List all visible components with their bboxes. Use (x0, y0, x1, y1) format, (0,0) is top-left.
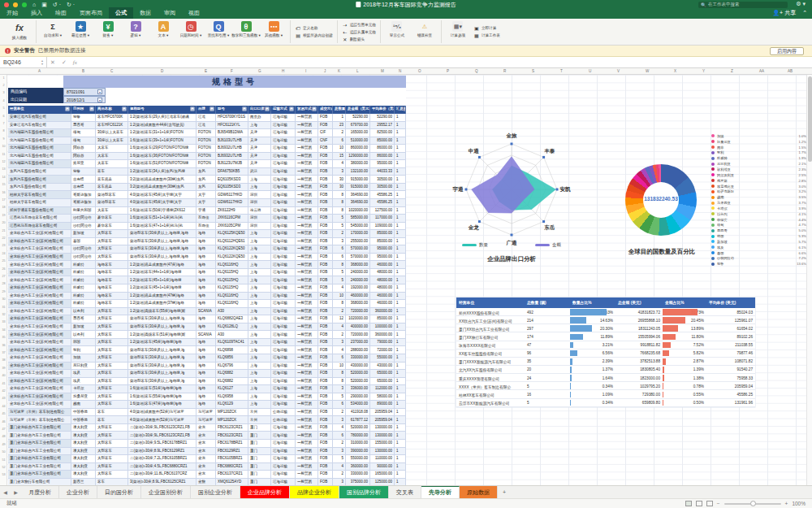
table-cell[interactable]: 江海运输 (271, 114, 296, 122)
table-cell[interactable]: 江海运输 (271, 401, 296, 409)
table-cell[interactable]: 1 (395, 440, 406, 448)
table-cell[interactable]: 常州 (248, 416, 271, 424)
table-cell[interactable]: 一般贸易 (296, 354, 318, 363)
ribbon-button[interactable]: Σ自动求和 ▾ (39, 20, 67, 43)
table-cell[interactable]: ZK6122H9 (216, 207, 248, 215)
table-cell[interactable]: 江海运输 (271, 261, 296, 269)
table-cell[interactable]: FOB (318, 145, 333, 153)
table-cell[interactable]: 大型客车 (96, 424, 128, 432)
table-cell[interactable]: 1 (395, 238, 406, 246)
column-headers[interactable]: ABCDEFGHIJKLMNOPQRSTUVWXYZAAAB (0, 68, 812, 75)
table-cell[interactable]: 48000.00 (370, 269, 395, 277)
table-cell[interactable]: 江海运输 (271, 284, 296, 293)
table-cell[interactable]: FOB (318, 479, 333, 485)
table-cell[interactable]: 130000.00 (370, 432, 395, 440)
table-row[interactable]: 金龙联合汽车工业(苏州)有限公司科威特海格客车1:2(柴油)底盘成套散件(47辆… (8, 293, 406, 301)
zoom-level[interactable]: 100% (792, 501, 806, 506)
table-cell[interactable]: FOB (318, 378, 333, 386)
table-cell[interactable]: 海格 (197, 315, 216, 323)
table-cell[interactable]: 宇通 (197, 207, 216, 215)
table-cell[interactable]: 1 (395, 129, 406, 137)
table-cell[interactable]: 一般贸易 (296, 440, 318, 448)
ribbon-button[interactable]: ✕删除箭头 (342, 37, 376, 42)
table-cell[interactable]: 411918.08 (346, 409, 370, 417)
table-cell[interactable]: 310000.00 (346, 440, 370, 448)
table-cell[interactable]: 一般贸易 (296, 184, 318, 192)
table-cell[interactable]: KLQ6122KQE50 (216, 254, 248, 262)
table-row[interactable]: 厦门金龙联合汽车工业有限公司澳大利亚大型客车二(柴油)≥30座;9L,FBC61… (8, 424, 406, 432)
table-cell[interactable]: 43000.00 (370, 363, 395, 371)
table-cell[interactable]: 6 (333, 254, 346, 262)
table-cell[interactable]: 海格 (197, 323, 216, 332)
table-cell[interactable]: FOB (318, 471, 333, 479)
table-cell[interactable]: 1:6(柴油)客车(51)FOTON/FOTON牌 (128, 160, 197, 168)
table-cell[interactable]: 375000.00 (346, 479, 370, 485)
table-row[interactable]: 云浮市XX新能源汽车有限公司50.34%659809.800.50%131961… (456, 399, 755, 407)
table-cell[interactable]: 一般贸易 (296, 230, 318, 238)
table-cell[interactable]: 72000.00 (370, 346, 395, 354)
table-cell[interactable]: FOB (318, 114, 333, 122)
table-cell[interactable]: 46000.00 (370, 261, 395, 269)
table-cell[interactable]: 金龙联合汽车工业(苏州)有限公司 (8, 323, 71, 332)
table-cell[interactable]: GDW6117HKD (216, 199, 248, 207)
table-cell[interactable]: 江海运输 (271, 215, 296, 223)
table-cell[interactable]: BJ6932U7LHB (216, 153, 248, 161)
table-cell[interactable]: 安徽江淮汽车有限公司 (8, 122, 71, 130)
table-cell[interactable]: 客车底盘 (96, 184, 128, 192)
table-cell[interactable]: 1 (395, 401, 406, 409)
column-header[interactable]: 目的国▾ (71, 106, 96, 114)
table-cell[interactable]: 2 (333, 471, 346, 479)
insert-function-icon[interactable]: fx (73, 59, 77, 66)
table-cell[interactable]: FOB (318, 293, 333, 301)
table-cell[interactable]: 江海运输 (271, 153, 296, 161)
table-cell[interactable]: 沙特阿拉伯 (71, 245, 96, 254)
table-cell[interactable]: 澳大利亚 (71, 432, 96, 440)
table-cell[interactable]: FOB (318, 354, 333, 363)
filter-value[interactable]: 2018/12/1▾ (63, 96, 106, 104)
table-cell[interactable]: 520000.00 (346, 378, 370, 386)
table-row[interactable]: 郑州宇通客车股份有限公司刚果共和国大客车1:6(柴油)客车(50座)宇通牌(ZK… (8, 207, 406, 215)
table-cell[interactable]: 46000.00 (370, 293, 395, 301)
tab-scroll-left-icon[interactable]: ◀ (0, 486, 11, 498)
table-cell[interactable]: 金龙联合汽车工业(苏州)有限公司 (8, 378, 71, 386)
table-cell[interactable]: 570000.00 (346, 254, 370, 262)
table-cell[interactable]: 679700.00 (346, 122, 370, 130)
table-cell[interactable]: 东风汽车股份有限公司 (8, 168, 71, 176)
table-cell[interactable]: 一般贸易 (296, 191, 318, 199)
sheet-tab-月度分析[interactable]: 月度分析 (21, 486, 59, 498)
table-cell[interactable]: 30座以上大客车 (96, 137, 128, 145)
table-cell[interactable]: 一般贸易 (296, 315, 318, 323)
table-row[interactable]: 厦门金龙旅行车有限公司新西兰客车3(柴油)≥30座;8.9L,FBC6125CR… (8, 479, 406, 485)
table-cell[interactable]: 卡塔尔 (71, 385, 96, 393)
table-cell[interactable]: 192000.00 (346, 284, 370, 293)
table-cell[interactable]: FOB (318, 254, 333, 262)
table-row[interactable]: 北汽福田汽车股份有限公司阿联酋大客车1:6(柴油)客车(36)FOTON/FOT… (8, 153, 406, 161)
table-cell[interactable]: 一般贸易 (296, 223, 318, 231)
table-cell[interactable]: 豪华客车 (96, 215, 128, 223)
filter-dropdown-icon[interactable]: ▾ (404, 107, 406, 111)
table-cell[interactable]: 二(柴油)≥30座;9L,FBC6123CRZ1,FB (128, 432, 197, 440)
table-cell[interactable]: 127500.00 (370, 207, 395, 215)
table-cell[interactable]: 百路佳 (197, 215, 216, 223)
table-cell[interactable]: 科威特 (71, 300, 96, 308)
ribbon-tab-审阅[interactable]: 审阅 (158, 7, 182, 19)
table-cell[interactable]: 一般贸易 (296, 207, 318, 215)
table-cell[interactable]: 一般贸易 (296, 300, 318, 308)
table-cell[interactable]: 海格 (197, 339, 216, 347)
table-cell[interactable]: 海格 (197, 245, 216, 254)
table-row[interactable]: 北汽XX汽车股份有限公司201.37%1830805.401.39%91540.… (456, 366, 755, 374)
table-cell[interactable]: 3 (333, 448, 346, 456)
home-icon[interactable]: ⌂ (32, 2, 36, 7)
table-row[interactable]: 桂林大宇客车有限公司哥斯达黎加柴油型客车4:0(柴油)客车(45座)大宇牌(大宇… (8, 191, 406, 199)
table-cell[interactable]: 860000.00 (346, 145, 370, 153)
table-cell[interactable]: 肯尼亚 (71, 160, 96, 168)
table-cell[interactable]: 1 (395, 354, 406, 363)
table-cell[interactable]: 117000.00 (370, 215, 395, 223)
ribbon-button[interactable]: ⋯其他函数 ▾ (260, 20, 287, 43)
table-cell[interactable]: KLQ6958 (216, 393, 248, 402)
table-cell[interactable]: 一般贸易 (296, 215, 318, 223)
table-cell[interactable]: 大客车 (96, 160, 128, 168)
table-cell[interactable]: XMQ6125AYD (216, 479, 248, 485)
table-cell[interactable]: 15 (333, 153, 346, 161)
table-cell[interactable]: 6 (333, 245, 346, 254)
